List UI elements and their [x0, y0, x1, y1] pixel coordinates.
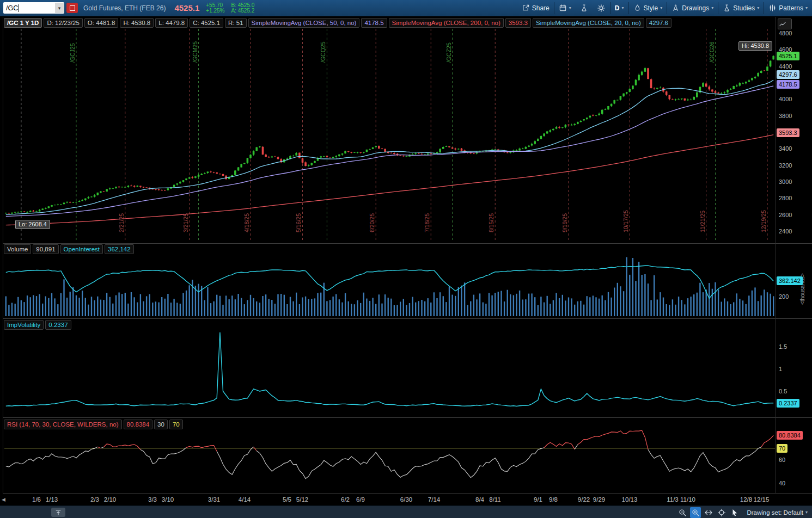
- svg-text:40: 40: [779, 480, 785, 486]
- high-marker: Hi: 4530.8: [738, 41, 772, 51]
- rsi-value: 80.8384: [124, 420, 153, 429]
- svg-text:60: 60: [779, 457, 785, 463]
- panel-expand-button[interactable]: [51, 508, 65, 517]
- quick-study-button[interactable]: [576, 0, 593, 16]
- rsi-label[interactable]: RSI (14, 70, 30, CLOSE, WILDERS, no): [4, 420, 122, 429]
- calendar-button[interactable]: ▾: [554, 0, 576, 16]
- rsi-panel-chart[interactable]: 6040: [0, 429, 812, 492]
- sma50-label[interactable]: SimpleMovingAvg (CLOSE, 50, 0, no): [248, 18, 360, 28]
- svg-text:12/19/25: 12/19/25: [760, 210, 767, 232]
- svg-text:4000: 4000: [779, 96, 792, 102]
- sma20-value: 4297.6: [646, 18, 671, 28]
- svg-text:4800: 4800: [779, 30, 792, 36]
- style-button[interactable]: Style▾: [629, 0, 667, 16]
- svg-text:8/15/25: 8/15/25: [488, 213, 494, 232]
- bottom-toolbar: Drawing set: Default▾: [0, 505, 812, 518]
- symbol-status-icon[interactable]: [66, 3, 78, 13]
- ohlc-close: C: 4525.1: [190, 18, 223, 28]
- x-axis-label: 10/13: [618, 496, 642, 503]
- chart-area: /GCJ25/GCM25/GCQ25/GCZ25/GCG262/21/253/2…: [0, 16, 812, 505]
- symbol-dropdown-button[interactable]: ▾: [55, 3, 64, 13]
- price-axis-badge: 4297.6: [777, 70, 799, 79]
- iv-panel-chart[interactable]: 1.510.5: [0, 330, 812, 416]
- svg-text:/GCG26: /GCG26: [709, 41, 715, 63]
- price-axis-badge: 4525.1: [777, 52, 799, 60]
- symbol-text: /GC: [6, 4, 18, 12]
- svg-text:3800: 3800: [779, 113, 792, 119]
- ohlc-low: L: 4479.8: [155, 18, 188, 28]
- open-interest-label[interactable]: OpenInterest: [60, 244, 103, 254]
- x-axis-label: 5/12: [290, 496, 314, 503]
- x-axis-label: 9/8: [541, 496, 565, 503]
- flask-icon: [580, 4, 588, 12]
- change-value: +55.70: [206, 3, 224, 8]
- svg-text:0.5: 0.5: [779, 388, 787, 394]
- calendar-icon: [559, 4, 567, 12]
- svg-text:/GCJ25: /GCJ25: [69, 43, 76, 63]
- ohlc-open: O: 4481.8: [84, 18, 119, 28]
- svg-text:200: 200: [779, 293, 789, 300]
- chart-maximize-icon[interactable]: [778, 18, 792, 29]
- zoom-out-button[interactable]: [677, 507, 688, 518]
- svg-text:2/21/25: 2/21/25: [118, 213, 125, 232]
- cursor-button[interactable]: [729, 507, 740, 518]
- sma20-label[interactable]: SimpleMovingAvg (CLOSE, 20, 0, no): [533, 18, 644, 28]
- svg-text:1.5: 1.5: [779, 343, 787, 350]
- rsi-oversold: 30: [154, 420, 168, 429]
- iv-label[interactable]: ImpVolatility: [4, 320, 44, 330]
- svg-text:3200: 3200: [779, 162, 792, 169]
- patterns-button[interactable]: Patterns▾: [764, 0, 812, 16]
- svg-text:7/18/25: 7/18/25: [424, 213, 430, 232]
- svg-text:6/20/25: 6/20/25: [369, 213, 375, 232]
- last-price: 4525.1: [174, 3, 199, 13]
- share-button[interactable]: Share: [517, 0, 554, 16]
- studies-flask-icon: [723, 4, 731, 12]
- pan-button[interactable]: [703, 507, 714, 518]
- share-icon: [522, 4, 530, 12]
- svg-text:2600: 2600: [779, 212, 792, 218]
- x-axis-label: 3/10: [156, 496, 180, 503]
- x-axis-label: 6/30: [394, 496, 418, 503]
- price-change: +55.70 +1.25%: [206, 3, 224, 14]
- x-axis-label: 1/13: [40, 496, 64, 503]
- ohlc-date: D: 12/23/25: [44, 18, 82, 28]
- volume-panel-chart[interactable]: 200: [0, 255, 812, 318]
- rsi-overbought: 70: [169, 420, 183, 429]
- zoom-in-button[interactable]: [690, 507, 701, 518]
- change-percent: +1.25%: [206, 8, 224, 14]
- sma50-value: 4178.5: [361, 18, 387, 28]
- scroll-left-icon[interactable]: ◀: [2, 497, 5, 502]
- x-axis-label: 2/10: [98, 496, 122, 503]
- x-axis-label: 12/15: [749, 496, 773, 503]
- timeframe-button[interactable]: D▾: [610, 0, 628, 16]
- top-toolbar: /GC ▾ Gold Futures, ETH (FEB 26) 4525.1 …: [0, 0, 812, 16]
- open-interest-value: 362,142: [105, 244, 134, 254]
- studies-button[interactable]: Studies▾: [718, 0, 764, 16]
- x-axis-label: 7/14: [422, 496, 446, 503]
- svg-text:2400: 2400: [779, 228, 792, 235]
- drawing-set-selector[interactable]: Drawing set: Default▾: [747, 509, 808, 516]
- rsi-overbought-badge: 70: [777, 444, 787, 453]
- svg-text:/GCZ25: /GCZ25: [445, 42, 452, 63]
- patterns-icon: [768, 4, 777, 12]
- chart-settings-button[interactable]: [593, 0, 610, 16]
- price-chart[interactable]: /GCJ25/GCM25/GCQ25/GCZ25/GCG262/21/253/2…: [0, 17, 812, 243]
- svg-text:/GCM25: /GCM25: [192, 41, 198, 63]
- drawings-button[interactable]: Drawings▾: [667, 0, 718, 16]
- sma200-label[interactable]: SimpleMovingAvg (CLOSE, 200, 0, no): [389, 18, 504, 28]
- svg-text:11/21/25: 11/21/25: [699, 211, 706, 232]
- volume-label[interactable]: Volume: [4, 244, 31, 254]
- crosshair-button[interactable]: [716, 507, 727, 518]
- x-axis-label: 4/14: [233, 496, 257, 503]
- svg-text:2800: 2800: [779, 195, 792, 201]
- price-axis-badge: 4178.5: [777, 80, 799, 89]
- svg-text:/GCQ25: /GCQ25: [320, 41, 326, 63]
- low-marker: Lo: 2608.4: [15, 220, 50, 229]
- sma200-value: 3593.3: [505, 18, 531, 28]
- svg-text:4400: 4400: [779, 63, 792, 70]
- svg-text:3/21/25: 3/21/25: [182, 213, 189, 232]
- svg-text:4/18/25: 4/18/25: [243, 213, 250, 232]
- symbol-input[interactable]: /GC ▾: [3, 2, 64, 14]
- iv-value: 0.2337: [45, 320, 71, 330]
- chart-symbol-timeframe[interactable]: /GC 1 Y 1D: [4, 18, 42, 28]
